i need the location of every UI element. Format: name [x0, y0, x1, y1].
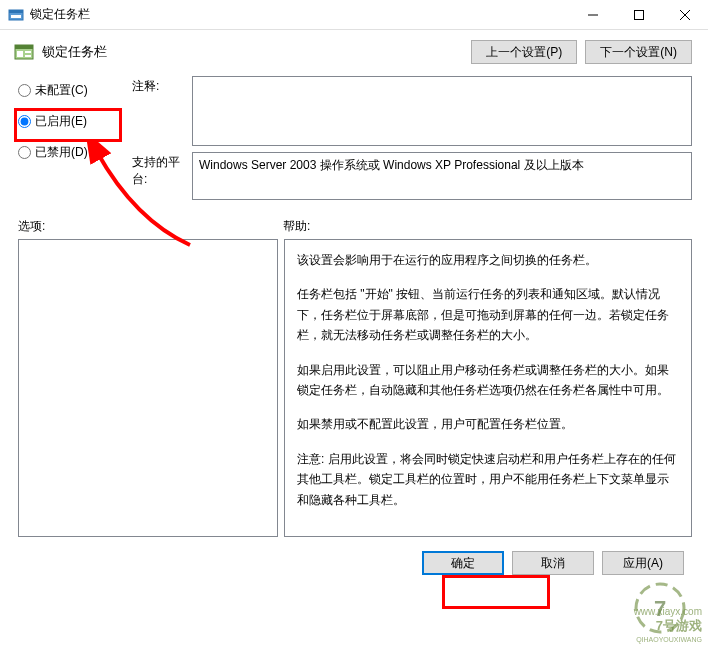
policy-icon [14, 42, 34, 62]
comment-textarea[interactable] [192, 76, 692, 146]
comment-label: 注释: [132, 76, 192, 95]
platform-box: Windows Server 2003 操作系统或 Windows XP Pro… [192, 152, 692, 200]
options-heading: 选项: [18, 218, 283, 235]
help-text: 如果启用此设置，可以阻止用户移动任务栏或调整任务栏的大小。如果锁定任务栏，自动隐… [297, 360, 679, 401]
radio-enabled-label: 已启用(E) [35, 113, 87, 130]
help-text: 注意: 启用此设置，将会同时锁定快速启动栏和用户任务栏上存在的任何其他工具栏。锁… [297, 449, 679, 510]
watermark-logo-icon: 7 [632, 580, 688, 636]
minimize-button[interactable] [570, 0, 616, 30]
svg-rect-4 [635, 10, 644, 19]
next-setting-button[interactable]: 下一个设置(N) [585, 40, 692, 64]
svg-rect-9 [17, 51, 23, 57]
help-heading: 帮助: [283, 218, 310, 235]
svg-point-12 [636, 584, 684, 632]
options-panel[interactable] [18, 239, 278, 537]
help-text: 如果禁用或不配置此设置，用户可配置任务栏位置。 [297, 414, 679, 434]
window-title: 锁定任务栏 [30, 6, 570, 23]
radio-enabled-input[interactable] [18, 115, 31, 128]
help-text: 任务栏包括 "开始" 按钮、当前运行任务的列表和通知区域。默认情况下，任务栏位于… [297, 284, 679, 345]
close-button[interactable] [662, 0, 708, 30]
svg-text:7: 7 [654, 596, 666, 621]
svg-rect-2 [11, 15, 21, 18]
radio-disabled[interactable]: 已禁用(D) [18, 144, 118, 161]
cancel-button[interactable]: 取消 [512, 551, 594, 575]
radio-enabled[interactable]: 已启用(E) [18, 113, 118, 130]
radio-not-configured[interactable]: 未配置(C) [18, 82, 118, 99]
svg-rect-1 [9, 10, 23, 13]
svg-rect-11 [25, 55, 31, 57]
radio-not-configured-input[interactable] [18, 84, 31, 97]
platform-label: 支持的平台: [132, 152, 192, 188]
radio-disabled-input[interactable] [18, 146, 31, 159]
svg-rect-8 [15, 45, 33, 49]
watermark-text: www.xiayx.com 7号游戏 QIHAOYOUXIWANG [634, 605, 702, 644]
help-text: 该设置会影响用于在运行的应用程序之间切换的任务栏。 [297, 250, 679, 270]
apply-button[interactable]: 应用(A) [602, 551, 684, 575]
maximize-button[interactable] [616, 0, 662, 30]
window-icon [8, 7, 24, 23]
ok-button[interactable]: 确定 [422, 551, 504, 575]
radio-disabled-label: 已禁用(D) [35, 144, 88, 161]
page-title: 锁定任务栏 [42, 43, 463, 61]
radio-not-configured-label: 未配置(C) [35, 82, 88, 99]
prev-setting-button[interactable]: 上一个设置(P) [471, 40, 577, 64]
help-panel[interactable]: 该设置会影响用于在运行的应用程序之间切换的任务栏。 任务栏包括 "开始" 按钮、… [284, 239, 692, 537]
svg-rect-10 [25, 51, 31, 53]
